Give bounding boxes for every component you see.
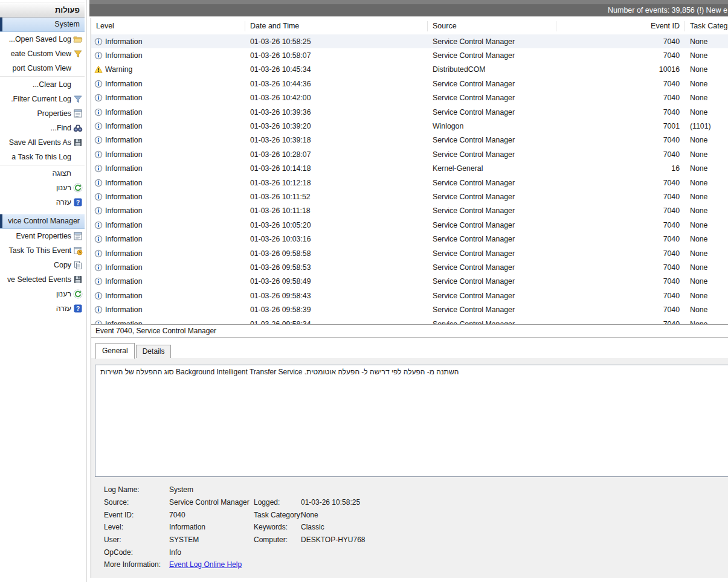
datetime-cell: 01-03-26 10:58:25 bbox=[245, 37, 428, 46]
eventid-cell: 16 bbox=[556, 164, 685, 173]
level-cell: Information bbox=[91, 150, 245, 159]
column-header-source[interactable]: Source bbox=[428, 21, 556, 31]
level-cell: Information bbox=[91, 193, 245, 201]
taskcategory-cell: None bbox=[685, 150, 728, 159]
action-item[interactable]: תצוגה bbox=[0, 166, 85, 181]
column-header-level[interactable]: Level bbox=[91, 21, 245, 31]
field-label: More Information: bbox=[104, 560, 169, 569]
action-item-label: רענון bbox=[56, 184, 71, 192]
info-icon bbox=[94, 206, 103, 215]
event-row[interactable]: Information01-03-26 09:58:58Service Cont… bbox=[91, 246, 728, 260]
level-cell: Information bbox=[91, 235, 245, 243]
action-item[interactable]: Task To This Event bbox=[0, 243, 85, 258]
eventid-cell: 7040 bbox=[556, 94, 685, 102]
event-row[interactable]: Information01-03-26 10:03:16Service Cont… bbox=[91, 232, 728, 246]
action-item[interactable]: Copy bbox=[0, 258, 85, 272]
action-item[interactable]: Properties bbox=[0, 106, 85, 121]
event-row[interactable]: Information01-03-26 10:12:18Service Cont… bbox=[91, 176, 728, 190]
info-icon bbox=[94, 37, 103, 46]
top-strip bbox=[89, 0, 728, 4]
event-row[interactable]: Information01-03-26 09:58:49Service Cont… bbox=[91, 275, 728, 289]
eventid-cell: 7040 bbox=[556, 249, 685, 258]
event-row[interactable]: Information01-03-26 10:39:18Service Cont… bbox=[91, 133, 728, 147]
event-row[interactable]: Information01-03-26 10:44:36Service Cont… bbox=[91, 77, 728, 91]
source-cell: Service Control Manager bbox=[428, 277, 556, 286]
empty-icon bbox=[73, 80, 83, 89]
event-row[interactable]: Information01-03-26 09:58:53Service Cont… bbox=[91, 260, 728, 274]
field-label: Keywords: bbox=[254, 523, 301, 531]
taskcategory-cell: None bbox=[685, 51, 728, 60]
actions-section-header[interactable]: vice Control Manager bbox=[0, 214, 85, 229]
action-item[interactable]: ...Find bbox=[0, 121, 85, 135]
pane-splitter[interactable] bbox=[85, 0, 89, 582]
action-item-label: Copy bbox=[54, 261, 71, 269]
action-item[interactable]: Save All Events As bbox=[0, 135, 85, 150]
action-item[interactable]: רענון bbox=[0, 181, 85, 195]
event-row[interactable]: Information01-03-26 10:39:36Service Cont… bbox=[91, 105, 728, 119]
tab-details[interactable]: Details bbox=[136, 345, 172, 358]
event-row[interactable]: Information01-03-26 10:58:25Service Cont… bbox=[91, 34, 728, 48]
event-log-online-help-link[interactable]: Event Log Online Help bbox=[169, 560, 242, 569]
actions-section-header[interactable]: System bbox=[0, 18, 85, 32]
refresh-icon bbox=[73, 289, 83, 299]
info-icon bbox=[94, 263, 103, 272]
copy-icon bbox=[73, 260, 83, 270]
actions-pane-title: פעולות bbox=[0, 2, 85, 18]
info-icon bbox=[94, 94, 103, 102]
action-item[interactable]: עזרה? bbox=[0, 301, 85, 316]
field-value: 7040 bbox=[169, 511, 254, 519]
datetime-cell: 01-03-26 10:05:20 bbox=[245, 221, 428, 229]
action-item[interactable]: port Custom View bbox=[0, 61, 85, 75]
source-cell: Service Control Manager bbox=[428, 136, 556, 144]
datetime-cell: 01-03-26 10:14:18 bbox=[245, 164, 428, 173]
event-row[interactable]: Information01-03-26 09:58:34Service Cont… bbox=[91, 317, 728, 324]
action-item-label: a Task To this Log bbox=[11, 153, 71, 161]
datetime-cell: 01-03-26 09:58:43 bbox=[245, 292, 428, 300]
info-icon bbox=[94, 277, 103, 286]
event-row[interactable]: Information01-03-26 09:58:39Service Cont… bbox=[91, 302, 728, 316]
info-icon bbox=[94, 150, 103, 159]
event-row[interactable]: Information01-03-26 10:28:07Service Cont… bbox=[91, 147, 728, 161]
event-row[interactable]: Information01-03-26 10:05:20Service Cont… bbox=[91, 218, 728, 232]
event-row[interactable]: Information01-03-26 10:14:18Kernel-Gener… bbox=[91, 162, 728, 176]
column-header-date-and-time[interactable]: Date and Time bbox=[245, 21, 428, 31]
field-value: System bbox=[169, 485, 254, 494]
tab-general[interactable]: General bbox=[95, 343, 135, 359]
action-item[interactable]: ve Selected Events bbox=[0, 272, 85, 287]
event-row[interactable]: Warning01-03-26 10:45:34DistributedCOM10… bbox=[91, 63, 728, 77]
column-header-event-id[interactable]: Event ID bbox=[556, 21, 685, 31]
action-item[interactable]: eate Custom View bbox=[0, 46, 85, 61]
svg-text:?: ? bbox=[76, 305, 80, 312]
field-row: OpCode:Info bbox=[104, 546, 365, 558]
event-row[interactable]: Information01-03-26 10:39:20Winlogon7001… bbox=[91, 119, 728, 133]
column-header-task-categ[interactable]: Task Categ bbox=[685, 21, 728, 31]
event-row[interactable]: Information01-03-26 10:42:00Service Cont… bbox=[91, 91, 728, 105]
filter-icon bbox=[73, 94, 83, 104]
info-icon bbox=[94, 292, 103, 300]
section-gap bbox=[0, 209, 85, 214]
action-item-label: רענון bbox=[56, 290, 71, 298]
event-row[interactable]: Information01-03-26 10:11:18Service Cont… bbox=[91, 204, 728, 218]
help-icon: ? bbox=[73, 197, 83, 207]
action-item[interactable]: עזרה? bbox=[0, 195, 85, 209]
event-row[interactable]: Information01-03-26 10:11:52Service Cont… bbox=[91, 190, 728, 203]
event-row[interactable]: Information01-03-26 10:58:07Service Cont… bbox=[91, 48, 728, 62]
event-description-text: סוג ההפעלה של השירות Background Intellig… bbox=[100, 368, 724, 376]
action-item[interactable]: a Task To this Log bbox=[0, 150, 85, 164]
datetime-cell: 01-03-26 10:45:34 bbox=[245, 65, 428, 74]
action-item[interactable]: .Filter Current Log bbox=[0, 92, 85, 106]
action-item[interactable]: ...Open Saved Log bbox=[0, 32, 85, 46]
event-description-box[interactable]: סוג ההפעלה של השירות Background Intellig… bbox=[95, 365, 728, 477]
action-item[interactable]: רענון bbox=[0, 287, 85, 301]
event-row[interactable]: Information01-03-26 09:58:43Service Cont… bbox=[91, 289, 728, 302]
actions-pane: פעולות System...Open Saved Logeate Custo… bbox=[0, 0, 85, 582]
action-item-label: Save All Events As bbox=[9, 138, 71, 147]
action-item[interactable]: ...Clear Log bbox=[0, 77, 85, 92]
action-separator bbox=[0, 165, 85, 165]
info-icon bbox=[94, 122, 103, 130]
action-item[interactable]: Event Properties bbox=[0, 229, 85, 243]
level-cell: Information bbox=[91, 94, 245, 102]
field-label: User: bbox=[104, 536, 169, 544]
action-item-label: Properties bbox=[37, 109, 71, 118]
action-item-label: Task To This Event bbox=[8, 246, 71, 255]
